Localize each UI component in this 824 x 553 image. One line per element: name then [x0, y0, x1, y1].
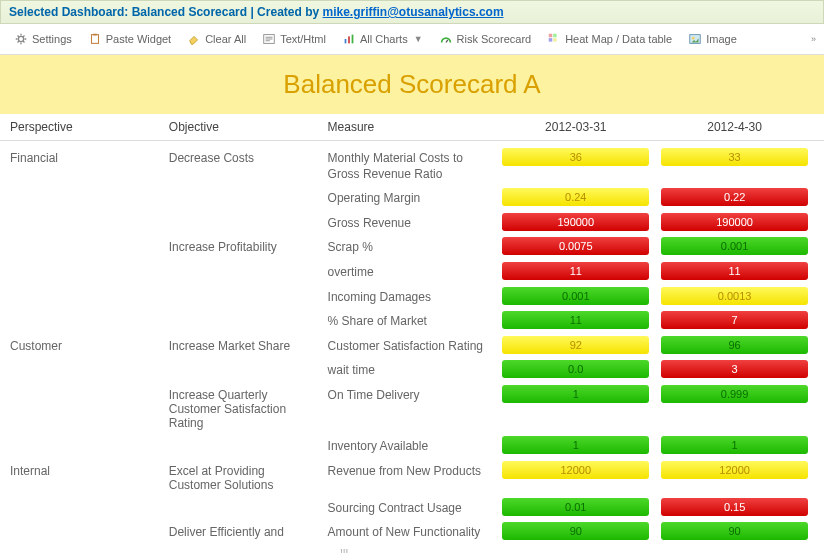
metric-pill: 1 [502, 385, 649, 403]
value-cell-2: 0.001 [655, 237, 814, 255]
value-cell-1: 92 [496, 336, 655, 354]
value-cell-2: 33 [655, 148, 814, 166]
risk-scorecard-button[interactable]: Risk Scorecard [433, 30, 538, 48]
value-cell-1: 0.001 [496, 287, 655, 305]
expand-icon[interactable]: » [811, 34, 816, 44]
value-cell-1: 0.24 [496, 188, 655, 206]
metric-pill: 190000 [661, 213, 808, 231]
table-row: wait time0.03 [10, 357, 814, 382]
table-row: CustomerIncrease Market ShareCustomer Sa… [10, 333, 814, 358]
table-row: Inventory Available11 [10, 433, 814, 458]
objective-cell [169, 498, 328, 501]
objective-cell [169, 188, 328, 191]
chart-icon [342, 32, 356, 46]
metric-pill: 11 [502, 262, 649, 280]
author-link[interactable]: mike.griffin@otusanalytics.com [322, 5, 503, 19]
col-date1: 2012-03-31 [496, 120, 655, 134]
scroll-hint: !!! [0, 548, 824, 553]
perspective-cell: Internal [10, 461, 169, 478]
value-cell-1: 190000 [496, 213, 655, 231]
metric-pill: 36 [502, 148, 649, 166]
grid-icon [547, 32, 561, 46]
text-html-button[interactable]: Text/Html [256, 30, 332, 48]
metric-pill: 11 [502, 311, 649, 329]
grid-header: Perspective Objective Measure 2012-03-31… [0, 114, 824, 141]
perspective-cell [10, 311, 169, 314]
clear-all-button[interactable]: Clear All [181, 30, 252, 48]
paste-widget-button[interactable]: Paste Widget [82, 30, 177, 48]
settings-button[interactable]: Settings [8, 30, 78, 48]
table-row: Increase Quarterly Customer Satisfaction… [10, 382, 814, 433]
eraser-icon [187, 32, 201, 46]
measure-cell: On Time Delivery [328, 385, 497, 404]
measure-cell: % Share of Market [328, 311, 497, 330]
objective-cell [169, 213, 328, 216]
chevron-down-icon: ▼ [414, 34, 423, 44]
metric-pill: 0.0013 [661, 287, 808, 305]
perspective-cell [10, 522, 169, 525]
svg-rect-10 [553, 38, 557, 42]
value-cell-2: 96 [655, 336, 814, 354]
metric-pill: 0.01 [502, 498, 649, 516]
measure-cell: Incoming Damages [328, 287, 497, 306]
col-perspective: Perspective [10, 120, 169, 134]
dashboard-name: Balanced Scorecard [132, 5, 247, 19]
value-cell-2: 3 [655, 360, 814, 378]
dashboard-title: Balanced Scorecard A [0, 55, 824, 114]
table-row: Increase ProfitabilityScrap %0.00750.001 [10, 234, 814, 259]
metric-pill: 0.24 [502, 188, 649, 206]
objective-cell: Increase Profitability [169, 237, 328, 254]
svg-rect-8 [553, 34, 557, 38]
value-cell-2: 11 [655, 262, 814, 280]
table-row: Operating Margin0.240.22 [10, 185, 814, 210]
objective-cell [169, 360, 328, 363]
col-date2: 2012-4-30 [655, 120, 814, 134]
perspective-cell [10, 385, 169, 388]
value-cell-2: 0.22 [655, 188, 814, 206]
text-icon [262, 32, 276, 46]
metric-pill: 0.001 [661, 237, 808, 255]
objective-cell: Excel at Providing Customer Solutions [169, 461, 328, 492]
table-row: InternalExcel at Providing Customer Solu… [10, 458, 814, 495]
value-cell-2: 0.0013 [655, 287, 814, 305]
svg-rect-1 [91, 35, 98, 44]
metric-pill: 90 [502, 522, 649, 540]
table-row: Deliver Efficiently andAmount of New Fun… [10, 519, 814, 544]
metric-pill: 12000 [502, 461, 649, 479]
svg-rect-6 [352, 35, 354, 44]
value-cell-1: 1 [496, 436, 655, 454]
svg-rect-7 [549, 34, 553, 38]
metric-pill: 90 [661, 522, 808, 540]
metric-pill: 92 [502, 336, 649, 354]
all-charts-dropdown[interactable]: All Charts▼ [336, 30, 429, 48]
measure-cell: Monthly Material Costs to Gross Revenue … [328, 148, 497, 182]
grid-body: FinancialDecrease CostsMonthly Material … [0, 141, 824, 548]
value-cell-1: 11 [496, 311, 655, 329]
metric-pill: 1 [502, 436, 649, 454]
metric-pill: 12000 [661, 461, 808, 479]
scorecard-grid: Perspective Objective Measure 2012-03-31… [0, 114, 824, 548]
value-cell-1: 12000 [496, 461, 655, 479]
measure-cell: Inventory Available [328, 436, 497, 455]
perspective-cell [10, 498, 169, 501]
table-row: Gross Revenue190000190000 [10, 210, 814, 235]
metric-pill: 11 [661, 262, 808, 280]
objective-cell [169, 262, 328, 265]
table-row: Incoming Damages0.0010.0013 [10, 284, 814, 309]
perspective-cell [10, 360, 169, 363]
svg-point-0 [18, 36, 23, 41]
objective-cell [169, 436, 328, 439]
header-bar: Selected Dashboard: Balanced Scorecard |… [0, 0, 824, 24]
measure-cell: Revenue from New Products [328, 461, 497, 480]
perspective-cell [10, 237, 169, 240]
objective-cell: Decrease Costs [169, 148, 328, 165]
clipboard-icon [88, 32, 102, 46]
heatmap-button[interactable]: Heat Map / Data table [541, 30, 678, 48]
measure-cell: Sourcing Contract Usage [328, 498, 497, 517]
metric-pill: 33 [661, 148, 808, 166]
value-cell-2: 7 [655, 311, 814, 329]
image-button[interactable]: Image [682, 30, 743, 48]
metric-pill: 0.999 [661, 385, 808, 403]
measure-cell: overtime [328, 262, 497, 281]
perspective-cell [10, 436, 169, 439]
